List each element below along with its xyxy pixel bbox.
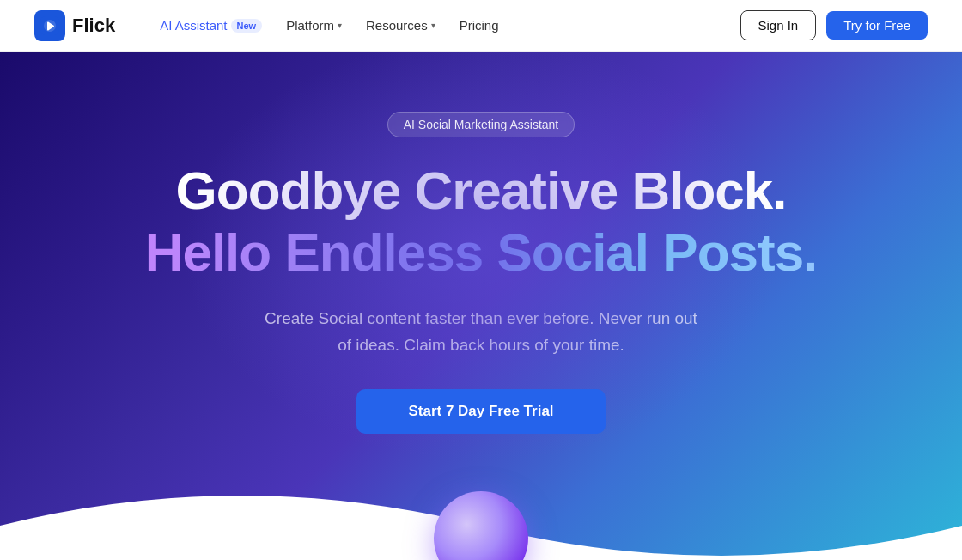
nav-item-platform[interactable]: Platform ▾ <box>276 13 352 38</box>
logo-icon <box>34 10 65 41</box>
nav-links: AI Assistant New Platform ▾ Resources ▾ … <box>149 13 740 38</box>
nav-actions: Sign In Try for Free <box>740 10 929 40</box>
new-badge: New <box>231 19 263 33</box>
try-for-free-button[interactable]: Try for Free <box>826 11 928 40</box>
cta-button[interactable]: Start 7 Day Free Trial <box>356 389 605 434</box>
nav-item-ai-assistant[interactable]: AI Assistant New <box>149 13 272 38</box>
hero-title-line2: Hello Endless Social Posts. <box>145 223 818 282</box>
navbar: Flick AI Assistant New Platform ▾ Resour… <box>0 0 962 52</box>
hero-title-line1: Goodbye Creative Block. <box>176 161 787 220</box>
nav-label-ai-assistant: AI Assistant <box>160 18 227 33</box>
ai-badge: AI Social Marketing Assistant <box>387 112 575 137</box>
hero-subtitle: Create Social content faster than ever b… <box>258 306 704 358</box>
nav-label-pricing: Pricing <box>460 18 499 33</box>
logo-link[interactable]: Flick <box>34 10 115 41</box>
hero-section: AI Social Marketing Assistant Goodbye Cr… <box>0 52 962 560</box>
nav-label-platform: Platform <box>286 18 334 33</box>
logo-text: Flick <box>72 15 115 37</box>
chevron-down-icon: ▾ <box>431 21 435 30</box>
chevron-down-icon: ▾ <box>338 21 342 30</box>
nav-item-resources[interactable]: Resources ▾ <box>356 13 446 38</box>
nav-item-pricing[interactable]: Pricing <box>449 13 509 38</box>
nav-label-resources: Resources <box>366 18 428 33</box>
sign-in-button[interactable]: Sign In <box>740 10 817 40</box>
